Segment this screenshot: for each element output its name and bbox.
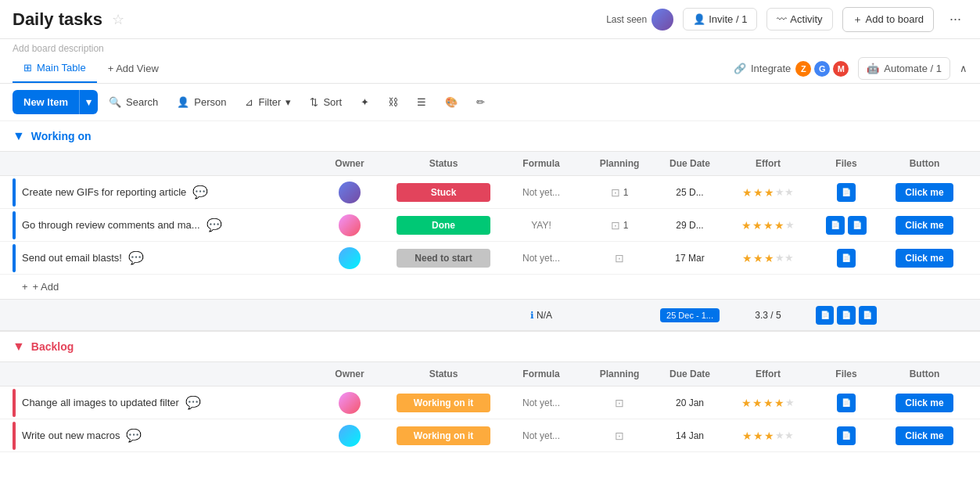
cell-owner (311, 422, 389, 450)
backlog-group: ▼ Backlog Owner Status Formula Planning … (0, 332, 980, 454)
file-icon[interactable]: 📄 (837, 183, 856, 202)
cell-files[interactable]: 📄 (811, 180, 881, 205)
cell-button[interactable]: Click me (881, 246, 967, 271)
person-filter-icon: 👤 (177, 96, 189, 108)
sort-button[interactable]: ⇅ Sort (302, 92, 350, 113)
summary-row: ℹ N/A 25 Dec - 1... 3.3 / 5 📄 📄 📄 (0, 299, 980, 332)
cell-owner (311, 244, 389, 272)
toolbar: New Item ▾ 🔍 Search 👤 Person ⊿ Filter ▾ … (0, 84, 980, 121)
row-name[interactable]: Write out new macros 💬 (22, 428, 311, 443)
row-name[interactable]: Go through review comments and ma... 💬 (22, 218, 311, 232)
comment-icon[interactable]: 💬 (206, 218, 222, 232)
new-item-arrow[interactable]: ▾ (79, 90, 98, 114)
cell-formula: Not yet... (498, 184, 584, 201)
cell-status[interactable]: Need to start (389, 246, 498, 271)
new-item-button[interactable]: New Item ▾ (13, 90, 98, 114)
activity-button[interactable]: 〰 Activity (766, 8, 832, 31)
cell-button[interactable]: Click me (881, 423, 967, 448)
cell-files[interactable]: 📄 (811, 423, 881, 448)
summary-cell-status (389, 312, 498, 318)
table-row: Create new GIFs for reporting article 💬 … (0, 176, 980, 209)
add-board-button[interactable]: ＋ Add to board (842, 7, 934, 32)
file-icon[interactable]: 📄 (859, 306, 877, 325)
table-header-backlog: Owner Status Formula Planning Due Date E… (0, 361, 980, 387)
person-button[interactable]: 👤 Person (169, 92, 234, 113)
cell-button[interactable]: Click me (881, 213, 967, 238)
cell-files[interactable]: 📄 (811, 246, 881, 271)
cell-owner (311, 178, 389, 207)
cell-effort: ★★★★★ (725, 426, 811, 445)
filter-icon: ⊿ (245, 96, 253, 108)
file-icon[interactable]: 📄 (816, 306, 834, 325)
star-icon[interactable]: ☆ (112, 11, 124, 28)
collapse-icon[interactable]: ∧ (960, 63, 967, 74)
integrate-button[interactable]: 🔗 Integrate Z G M (734, 61, 849, 77)
col-header-owner: Owner (311, 362, 389, 386)
person-icon: 👤 (693, 13, 705, 25)
cell-files[interactable]: 📄 📄 (811, 213, 881, 238)
table-row: Live chat features article 💬 Working on … (0, 452, 980, 454)
comment-icon[interactable]: 💬 (192, 185, 208, 200)
hide-button[interactable]: ✦ (353, 92, 377, 113)
file-icon[interactable]: 📄 (837, 306, 855, 325)
more-options-button[interactable]: ··· (943, 6, 967, 32)
click-me-button[interactable]: Click me (896, 394, 953, 412)
color-button[interactable]: 🎨 (437, 92, 465, 113)
group-button[interactable]: ☰ (409, 92, 434, 113)
table-row: Change all images to updated filter 💬 Wo… (0, 387, 980, 419)
cell-formula: Not yet... (498, 394, 584, 412)
cell-status[interactable]: Working on it (389, 423, 498, 448)
summary-cell-owner (311, 312, 389, 318)
integration-icons: Z G M (795, 61, 849, 77)
table-header-working: Owner Status Formula Planning Due Date E… (0, 151, 980, 176)
row-name[interactable]: Create new GIFs for reporting article 💬 (22, 185, 311, 200)
cell-status[interactable]: Stuck (389, 180, 498, 205)
click-me-button[interactable]: Click me (896, 216, 953, 235)
comment-icon[interactable]: 💬 (185, 395, 201, 410)
col-header-button: Button (881, 362, 967, 386)
link-button[interactable]: ⛓ (380, 92, 406, 113)
avatar (339, 247, 361, 269)
click-me-button[interactable]: Click me (896, 183, 953, 202)
cell-files[interactable]: 📄 (811, 390, 881, 415)
search-button[interactable]: 🔍 Search (101, 92, 166, 113)
automate-button[interactable]: 🤖 Automate / 1 (858, 57, 950, 80)
group-toggle-icon[interactable]: ▼ (13, 340, 25, 354)
comment-icon[interactable]: 💬 (126, 428, 142, 443)
backlog-header[interactable]: ▼ Backlog (0, 332, 980, 361)
cell-planning: ⊡ (584, 394, 655, 412)
edit-button[interactable]: ✏ (468, 92, 493, 113)
click-me-button[interactable]: Click me (896, 426, 953, 445)
add-view-button[interactable]: + Add View (97, 55, 170, 82)
click-me-button[interactable]: Click me (896, 249, 953, 268)
plus-icon: ＋ (853, 13, 863, 27)
activity-icon: 〰 (777, 13, 787, 25)
cell-duedate: 20 Jan (655, 394, 725, 412)
working-on-header[interactable]: ▼ Working on (0, 121, 980, 151)
file-icon[interactable]: 📄 (837, 249, 856, 268)
cell-status[interactable]: Done (389, 213, 498, 238)
file-icon[interactable]: 📄 (848, 216, 867, 235)
file-icon[interactable]: 📄 (826, 216, 845, 235)
cell-button[interactable]: Click me (881, 180, 967, 205)
status-badge: Done (397, 216, 490, 235)
row-name[interactable]: Change all images to updated filter 💬 (22, 395, 311, 410)
table-row: Go through review comments and ma... 💬 D… (0, 209, 980, 242)
cell-formula: Not yet... (498, 427, 584, 444)
group-toggle-icon[interactable]: ▼ (13, 129, 25, 143)
file-icon[interactable]: 📄 (837, 426, 856, 445)
row-name[interactable]: Send out email blasts! 💬 (22, 250, 311, 265)
col-header-formula: Formula (498, 152, 584, 175)
cell-effort: ★★★★★ (725, 216, 811, 235)
invite-button[interactable]: 👤 Invite / 1 (683, 8, 757, 31)
cell-button[interactable]: Click me (881, 390, 967, 415)
filter-button[interactable]: ⊿ Filter ▾ (237, 92, 299, 113)
cell-effort: ★★★★★ (725, 394, 811, 412)
add-row-button[interactable]: + + Add (0, 275, 980, 299)
file-icon[interactable]: 📄 (837, 394, 856, 412)
comment-icon[interactable]: 💬 (128, 250, 144, 265)
working-on-group: ▼ Working on Owner Status Formula Planni… (0, 121, 980, 332)
cell-status[interactable]: Working on it (389, 390, 498, 415)
tab-main-table[interactable]: ⊞ Main Table (13, 54, 97, 83)
last-seen: Last seen (606, 9, 673, 31)
